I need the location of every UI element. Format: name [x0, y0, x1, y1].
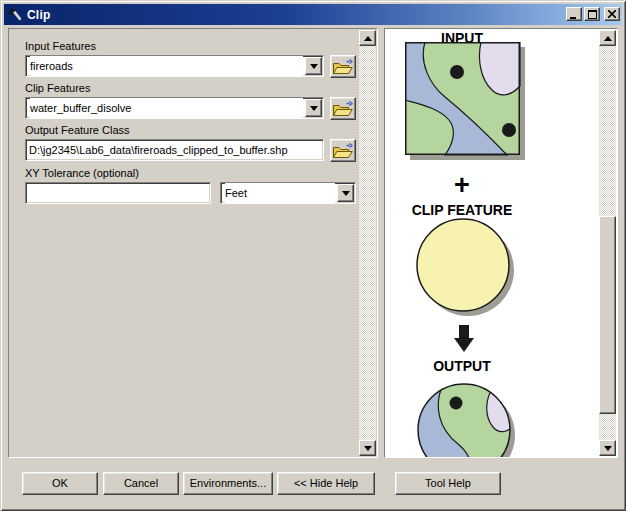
xy-tolerance-input[interactable]: [25, 182, 211, 204]
help-scroll-up-button[interactable]: [599, 30, 616, 46]
form-panel: Input Features fireroads Clip Features w…: [8, 28, 378, 458]
clip-feature-heading: CLIP FEATURE: [387, 202, 537, 218]
xy-tolerance-unit-dropdown-button[interactable]: [337, 184, 354, 202]
input-features-value: fireroads: [30, 56, 303, 76]
clip-features-label: Clip Features: [25, 82, 90, 95]
hammer-tool-icon: [7, 7, 23, 23]
clip-features-browse-button[interactable]: [330, 97, 356, 120]
clip-circle-illustration: [415, 217, 517, 319]
form-scroll-up-button[interactable]: [359, 30, 376, 46]
environments-button[interactable]: Environments...: [183, 472, 273, 495]
help-scroll-down-button[interactable]: [599, 440, 616, 456]
minimize-button[interactable]: [566, 7, 582, 21]
scroll-up-icon: [604, 32, 612, 41]
scroll-down-icon: [364, 446, 372, 455]
chevron-down-icon: [310, 64, 318, 73]
browse-folder-icon: [333, 101, 353, 117]
browse-folder-icon: [333, 59, 353, 75]
ok-button[interactable]: OK: [22, 472, 98, 495]
help-scrollbar-thumb[interactable]: [599, 216, 616, 414]
input-features-browse-button[interactable]: [330, 55, 356, 78]
plus-operator: +: [387, 172, 537, 198]
chevron-down-icon: [342, 191, 350, 200]
window-title: Clip: [27, 8, 50, 22]
maximize-button[interactable]: [584, 7, 600, 21]
help-scrollbar[interactable]: [599, 30, 616, 456]
input-map-illustration: [405, 42, 526, 161]
close-icon: [608, 10, 616, 18]
chevron-down-icon: [310, 106, 318, 115]
scroll-up-icon: [364, 32, 372, 41]
output-browse-button[interactable]: [330, 139, 356, 162]
down-arrow-icon: [454, 325, 474, 353]
xy-tolerance-unit-value: Feet: [225, 183, 335, 203]
clip-features-combo[interactable]: water_buffer_disolve: [25, 97, 324, 119]
input-features-dropdown-button[interactable]: [305, 57, 322, 75]
clip-features-value: water_buffer_disolve: [30, 98, 303, 118]
clip-tool-dialog: Clip Input Features fireroads: [0, 0, 626, 511]
output-illustration: [414, 382, 520, 458]
output-feature-class-label: Output Feature Class: [25, 124, 130, 137]
input-features-combo[interactable]: fireroads: [25, 55, 324, 77]
output-feature-class-input[interactable]: [25, 139, 324, 161]
output-heading: OUTPUT: [387, 358, 537, 374]
hide-help-button[interactable]: << Hide Help: [277, 472, 375, 495]
close-button[interactable]: [604, 7, 620, 21]
scroll-down-icon: [604, 446, 612, 455]
minimize-icon: [570, 10, 578, 19]
browse-folder-icon: [333, 143, 353, 159]
clip-features-dropdown-button[interactable]: [305, 99, 322, 117]
form-scrollbar[interactable]: [359, 30, 376, 456]
form-scroll-down-button[interactable]: [359, 440, 376, 456]
xy-tolerance-unit-combo[interactable]: Feet: [220, 182, 356, 204]
help-panel: INPUT + CLIP FEATURE: [384, 28, 618, 458]
input-features-label: Input Features: [25, 40, 96, 53]
maximize-icon: [588, 10, 597, 19]
xy-tolerance-label: XY Tolerance (optional): [25, 167, 139, 180]
tool-help-button[interactable]: Tool Help: [395, 472, 501, 495]
title-bar[interactable]: Clip: [4, 4, 622, 25]
cancel-button[interactable]: Cancel: [103, 472, 179, 495]
